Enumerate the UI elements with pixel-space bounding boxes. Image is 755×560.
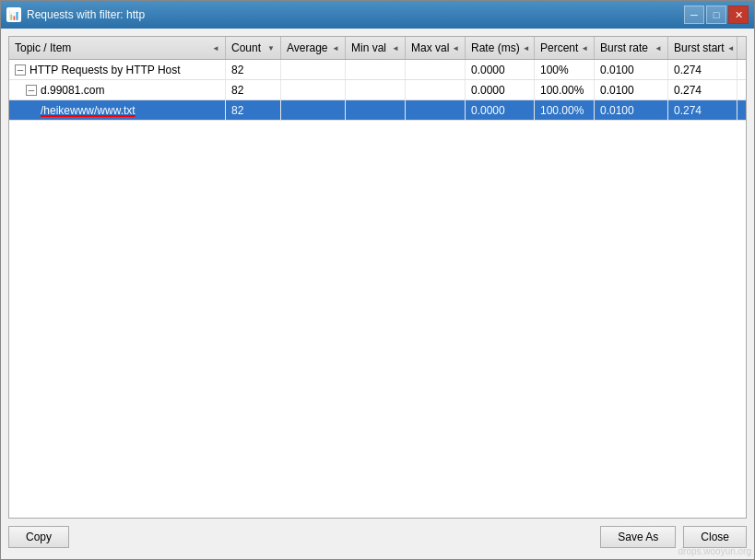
col-count-label: Count <box>231 41 261 54</box>
table-row[interactable]: /heikewww/www.txt 82 0.0000 100.00% <box>9 100 746 121</box>
close-window-button[interactable]: ✕ <box>728 6 749 24</box>
topic-text-1: HTTP Requests by HTTP Host <box>29 64 181 76</box>
cell-burstrate-1: 0.0100 <box>595 60 668 79</box>
col-topic-sort: ◄ <box>212 44 219 52</box>
cell-minval-1 <box>346 60 406 79</box>
table-row[interactable]: ─ HTTP Requests by HTTP Host 82 0.0000 1… <box>9 60 746 80</box>
count-text-3: 82 <box>231 104 243 117</box>
titlebar: 📊 Requests with filter: http ─ □ ✕ <box>1 1 754 29</box>
bottom-bar: Copy Save As Close <box>8 519 747 552</box>
titlebar-controls: ─ □ ✕ <box>684 6 749 24</box>
cell-percent-1: 100% <box>535 60 595 79</box>
cell-count-3: 82 <box>226 100 281 120</box>
topic-text-2: d.99081.com <box>41 84 104 97</box>
col-header-extra: ◄ <box>737 37 747 59</box>
col-average-label: Average <box>287 41 327 54</box>
percent-text-2: 100.00% <box>540 84 584 97</box>
col-percent-sort: ◄ <box>581 44 588 52</box>
cell-average-2 <box>281 80 346 99</box>
content-area: Topic / Item ◄ Count ▼ Average ◄ Min val… <box>1 29 754 559</box>
expand-icon-2[interactable]: ─ <box>26 85 37 96</box>
minimize-button[interactable]: ─ <box>684 6 704 24</box>
col-burstrate-sort: ◄ <box>655 44 662 52</box>
cell-topic-3: /heikewww/www.txt <box>9 100 226 120</box>
cell-count-1: 82 <box>226 60 281 79</box>
cell-burstrate-3: 0.0100 <box>595 100 668 120</box>
col-header-rate[interactable]: Rate (ms) ◄ <box>466 37 535 59</box>
burststart-text-3: 0.274 <box>674 104 702 117</box>
cell-maxval-1 <box>406 60 466 79</box>
percent-text-1: 100% <box>540 64 569 76</box>
col-header-minval[interactable]: Min val ◄ <box>346 37 406 59</box>
col-burststart-sort: ◄ <box>727 44 735 52</box>
burststart-text-2: 0.274 <box>674 84 702 97</box>
cell-average-1 <box>281 60 346 79</box>
cell-count-2: 82 <box>226 80 281 99</box>
table-row[interactable]: ─ d.99081.com 82 0.0000 100.00% <box>9 80 746 100</box>
cell-burststart-2: 0.274 <box>668 80 737 99</box>
col-count-sort: ▼ <box>267 44 275 52</box>
titlebar-left: 📊 Requests with filter: http <box>6 7 145 22</box>
close-button[interactable]: Close <box>683 526 747 548</box>
col-burstrate-label: Burst rate <box>600 41 648 54</box>
cell-minval-3 <box>346 100 406 120</box>
cell-topic-1: ─ HTTP Requests by HTTP Host <box>9 60 226 79</box>
save-as-button[interactable]: Save As <box>600 526 676 548</box>
watermark: drops.wooyun.org <box>678 546 752 556</box>
bottom-left: Copy <box>8 526 69 548</box>
col-header-topic[interactable]: Topic / Item ◄ <box>9 37 226 59</box>
burstrate-text-2: 0.0100 <box>600 84 634 97</box>
col-burststart-label: Burst start <box>674 41 725 54</box>
col-percent-label: Percent <box>540 41 578 54</box>
col-minval-sort: ◄ <box>392 44 399 52</box>
window-title: Requests with filter: http <box>27 8 145 21</box>
rate-text-1: 0.0000 <box>471 64 505 76</box>
cell-rate-2: 0.0000 <box>466 80 535 99</box>
table-container: Topic / Item ◄ Count ▼ Average ◄ Min val… <box>8 36 747 519</box>
col-average-sort: ◄ <box>332 44 339 52</box>
expand-icon-1[interactable]: ─ <box>15 64 26 76</box>
col-header-percent[interactable]: Percent ◄ <box>535 37 595 59</box>
table-body: ─ HTTP Requests by HTTP Host 82 0.0000 1… <box>9 60 746 518</box>
table-header: Topic / Item ◄ Count ▼ Average ◄ Min val… <box>9 37 746 60</box>
col-topic-label: Topic / Item <box>15 41 71 54</box>
main-window: 📊 Requests with filter: http ─ □ ✕ Topic… <box>0 0 755 560</box>
rate-text-3: 0.0000 <box>471 104 505 117</box>
burstrate-text-3: 0.0100 <box>600 104 634 117</box>
topic-text-3: /heikewww/www.txt <box>41 104 136 117</box>
cell-maxval-3 <box>406 100 466 120</box>
col-minval-label: Min val <box>351 41 386 54</box>
cell-rate-1: 0.0000 <box>466 60 535 79</box>
cell-topic-2: ─ d.99081.com <box>9 80 226 99</box>
cell-burststart-3: 0.274 <box>668 100 737 120</box>
col-header-average[interactable]: Average ◄ <box>281 37 346 59</box>
percent-text-3: 100.00% <box>540 104 584 117</box>
col-header-burststart[interactable]: Burst start ◄ <box>668 37 737 59</box>
cell-average-3 <box>281 100 346 120</box>
cell-burststart-1: 0.274 <box>668 60 737 79</box>
cell-rate-3: 0.0000 <box>466 100 535 120</box>
cell-burstrate-2: 0.0100 <box>595 80 668 99</box>
col-header-burstrate[interactable]: Burst rate ◄ <box>595 37 668 59</box>
count-text-2: 82 <box>231 84 243 97</box>
col-extra-arrow: ◄ <box>746 44 747 52</box>
col-header-count[interactable]: Count ▼ <box>226 37 281 59</box>
col-rate-label: Rate (ms) <box>471 41 520 54</box>
cell-minval-2 <box>346 80 406 99</box>
cell-percent-3: 100.00% <box>535 100 595 120</box>
col-maxval-sort: ◄ <box>452 44 459 52</box>
window-icon: 📊 <box>6 7 21 22</box>
cell-maxval-2 <box>406 80 466 99</box>
copy-button[interactable]: Copy <box>8 526 69 548</box>
burstrate-text-1: 0.0100 <box>600 64 634 76</box>
count-text-1: 82 <box>231 64 243 76</box>
col-maxval-label: Max val <box>411 41 449 54</box>
col-rate-sort: ◄ <box>523 44 530 52</box>
bottom-right: Save As Close <box>600 526 747 548</box>
rate-text-2: 0.0000 <box>471 84 505 97</box>
burststart-text-1: 0.274 <box>674 64 702 76</box>
maximize-button[interactable]: □ <box>706 6 726 24</box>
col-header-maxval[interactable]: Max val ◄ <box>406 37 466 59</box>
cell-percent-2: 100.00% <box>535 80 595 99</box>
